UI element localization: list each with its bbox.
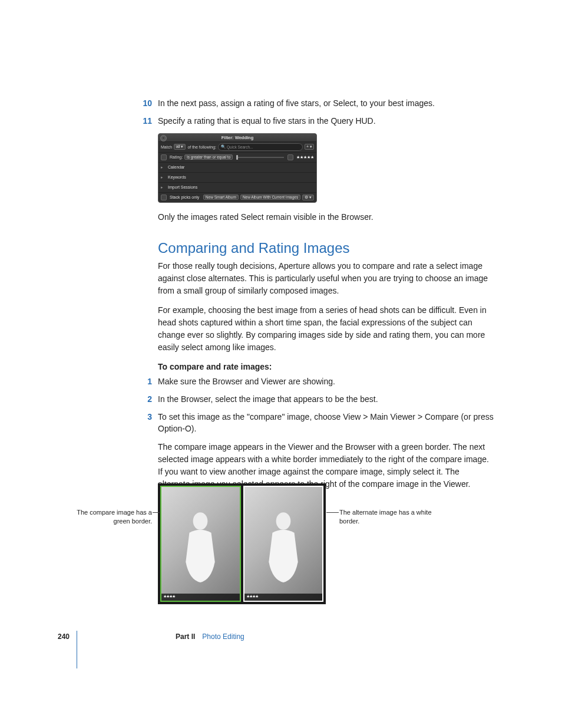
page-number: 240: [58, 633, 75, 641]
rating-stars: ★★★★★: [296, 155, 314, 160]
step-text: In the next pass, assign a rating of fiv…: [158, 97, 494, 109]
alternate-image: ★★★★: [243, 486, 324, 602]
page-footer: 240 Part IIPhoto Editing: [58, 633, 494, 641]
rating-label: Rating:: [170, 155, 183, 159]
after-hud-note: Only the images rated Select remain visi…: [158, 211, 494, 223]
callout-compare: The compare image has a green border.: [75, 508, 152, 526]
hud-footer-row: Stack picks only New Smart Album New Alb…: [158, 193, 316, 202]
step-10: 10 In the next pass, assign a rating of …: [158, 97, 494, 109]
rating-strip: ★★★★: [161, 594, 240, 601]
disclosure-icon[interactable]: [161, 185, 165, 189]
disclosure-icon[interactable]: [161, 165, 165, 169]
person-silhouette-icon: [262, 508, 305, 587]
callout-line: [326, 512, 339, 513]
svg-point-0: [193, 512, 208, 530]
step-text: Make sure the Browser and Viewer are sho…: [158, 375, 494, 387]
step-number: 3: [140, 411, 152, 435]
viewer-panel: ★★★★ ★★★★: [158, 483, 326, 604]
paragraph: For those really tough decisions, Apertu…: [158, 260, 494, 297]
step-number: 11: [140, 115, 152, 127]
of-following-label: of the following:: [187, 145, 216, 149]
search-input[interactable]: 🔍 Quick Search...: [218, 143, 303, 151]
task-subhead: To compare and rate images:: [158, 361, 494, 373]
paragraph: For example, choosing the best image fro…: [158, 304, 494, 354]
stack-picks-label: Stack picks only: [170, 195, 199, 199]
hud-title: Filter: Wedding: [222, 135, 253, 140]
callout-alternate: The alternate image has a white border.: [339, 508, 434, 526]
step-number: 1: [140, 375, 152, 387]
hud-title-bar: × Filter: Wedding: [158, 134, 316, 142]
match-dropdown[interactable]: all ▾: [174, 144, 186, 150]
row-label: Import Sessions: [168, 185, 197, 189]
step-text: In the Browser, select the image that ap…: [158, 393, 494, 405]
rating-slider[interactable]: [236, 157, 284, 158]
gear-menu[interactable]: ⚙ ▾: [302, 195, 314, 200]
row-label: Calendar: [168, 165, 184, 169]
footer-part: Part IIPhoto Editing: [176, 633, 244, 641]
rating-checkbox[interactable]: [161, 154, 167, 160]
step-11: 11 Specify a rating that is equal to fiv…: [158, 115, 494, 127]
rating-lock-icon: [287, 154, 293, 160]
compare-image: ★★★★: [160, 486, 241, 602]
new-smart-album-button[interactable]: New Smart Album: [203, 195, 239, 200]
add-rule-button[interactable]: + ▾: [305, 144, 314, 150]
disclosure-icon[interactable]: [161, 175, 165, 179]
close-icon[interactable]: ×: [160, 135, 167, 141]
rating-operator[interactable]: is greater than or equal to: [184, 154, 233, 160]
filter-hud: × Filter: Wedding Match all ▾ of the fol…: [158, 133, 317, 203]
step-number: 2: [140, 393, 152, 405]
rating-strip: ★★★★: [244, 594, 323, 601]
hud-match-row: Match all ▾ of the following: 🔍 Quick Se…: [158, 142, 316, 153]
callout-line: [153, 512, 160, 513]
hud-import-row[interactable]: Import Sessions: [158, 183, 316, 193]
footer-divider: [77, 631, 77, 668]
step-1: 1 Make sure the Browser and Viewer are s…: [158, 375, 494, 387]
person-silhouette-icon: [178, 508, 222, 587]
svg-point-1: [276, 512, 290, 530]
step-3: 3 To set this image as the "compare" ima…: [158, 411, 494, 435]
step-text: To set this image as the "compare" image…: [158, 411, 494, 435]
step-number: 10: [140, 97, 152, 109]
stack-picks-checkbox[interactable]: [161, 195, 167, 200]
main-content: 10 In the next pass, assign a rating of …: [158, 97, 494, 498]
hud-keywords-row[interactable]: Keywords: [158, 173, 316, 183]
hud-rating-row: Rating: is greater than or equal to ★★★★…: [158, 153, 316, 163]
comparison-figure: ★★★★ ★★★★: [158, 483, 494, 604]
step-2: 2 In the Browser, select the image that …: [158, 393, 494, 405]
row-label: Keywords: [168, 175, 186, 179]
step-text: Specify a rating that is equal to five s…: [158, 115, 494, 127]
hud-calendar-row[interactable]: Calendar: [158, 163, 316, 173]
new-album-button[interactable]: New Album With Current Images: [240, 195, 300, 200]
match-label: Match: [161, 145, 172, 149]
section-heading: Comparing and Rating Images: [158, 240, 494, 256]
